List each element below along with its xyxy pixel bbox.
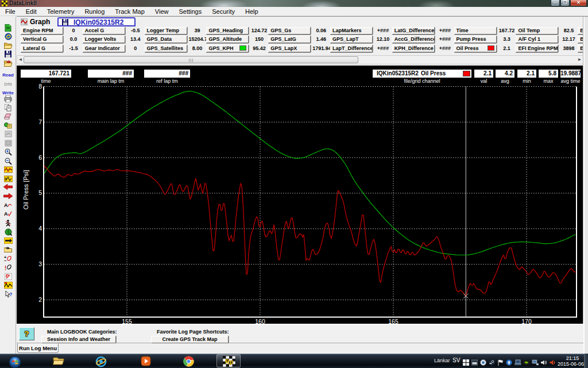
gps-globe-icon[interactable]	[2, 228, 14, 236]
channel-button[interactable]: EFI Engine RPM	[516, 45, 558, 52]
channel-button[interactable]: GPS_LatG	[268, 36, 311, 43]
menu-edit[interactable]: Edit	[21, 7, 42, 16]
driver-icon[interactable]	[2, 220, 14, 228]
channel-button[interactable]: GPS_Satellites	[145, 45, 187, 52]
avg-marker-icon[interactable]: A	[2, 210, 14, 218]
channel-button[interactable]: GPS_Altitude	[206, 36, 249, 43]
track-map-icon[interactable]	[2, 33, 14, 41]
arrow-left-icon[interactable]	[2, 184, 14, 192]
copy-icon[interactable]	[2, 104, 14, 112]
scrollbar-thumb[interactable]	[24, 56, 358, 63]
menu-telemetry[interactable]: Telemetry	[42, 7, 80, 16]
menu-runlog[interactable]: Runlog	[79, 7, 110, 16]
taskbar-clock[interactable]: 21:15	[561, 355, 584, 361]
arrow-right-icon[interactable]	[2, 193, 14, 201]
open-file-icon[interactable]	[2, 42, 14, 50]
export-icon[interactable]	[2, 246, 14, 254]
start-orb[interactable]	[7, 355, 23, 367]
channel-button[interactable]: GPS_LapT	[330, 36, 373, 43]
lap-alert-icon[interactable]: !	[2, 264, 14, 272]
channel-button[interactable]: Vertical G	[21, 36, 63, 43]
autoscale-icon[interactable]	[2, 166, 14, 174]
channel-button[interactable]: GPS_Data	[145, 36, 187, 43]
close-button[interactable]: ✕	[570, 0, 587, 6]
zoom-out-icon[interactable]	[2, 158, 14, 166]
session-info-button[interactable]: Session Info and Weather	[41, 336, 116, 343]
run-log-menu-tab[interactable]: Run Log Menu	[17, 343, 59, 353]
channel-button[interactable]: Lateral G	[21, 45, 63, 52]
tray-windows-icon[interactable]	[463, 358, 469, 364]
channel-button[interactable]: A/F Cyl 1	[516, 36, 558, 43]
save-icon[interactable]	[2, 51, 14, 59]
ie-icon[interactable]	[93, 355, 109, 367]
tray-steam-icon[interactable]	[489, 358, 495, 364]
explorer-icon[interactable]	[51, 355, 67, 367]
menu-help[interactable]: Help	[240, 7, 264, 16]
tray-nvidia-icon[interactable]	[523, 358, 529, 364]
telemetry-icon[interactable]	[2, 282, 14, 290]
menu-file[interactable]: File	[0, 7, 21, 16]
read-button[interactable]: Read	[2, 68, 14, 76]
mediaplayer-icon[interactable]	[138, 355, 154, 367]
jump-icon[interactable]	[2, 273, 14, 281]
channel-button[interactable]: Logger Temp	[145, 27, 187, 34]
tray-volume-icon[interactable]	[540, 358, 547, 364]
channel-button[interactable]: GPS_LapX	[268, 45, 311, 52]
menu-track-map[interactable]: Track Map	[110, 7, 150, 16]
tray-disc-icon[interactable]	[480, 358, 486, 364]
channel-button[interactable]: AccG_Difference	[392, 36, 435, 43]
channel-button[interactable]: Accel G	[83, 27, 125, 34]
channel-button[interactable]: Pump Press	[454, 36, 497, 43]
tray-flag-icon[interactable]	[497, 358, 504, 364]
new-file-icon[interactable]	[2, 24, 14, 32]
channel-button[interactable]: LapT_Difference	[330, 45, 373, 52]
channel-button[interactable]: GPS_Gs	[268, 27, 311, 34]
channel-button[interactable]: GPS_Heading	[206, 27, 249, 34]
channel-button[interactable]: LatG_Difference	[392, 27, 435, 34]
links-toolbar-label[interactable]: Länkar	[434, 358, 450, 363]
channel-button[interactable]: Engine RPM	[21, 27, 63, 34]
zero-scale-icon[interactable]: 0	[2, 175, 14, 183]
channel-button[interactable]: Gear Indicator	[83, 45, 125, 52]
tray-photo-icon[interactable]	[471, 358, 478, 364]
context-help-icon[interactable]: ?	[2, 291, 14, 299]
scroll-left-arrow-icon[interactable]: ◄	[17, 56, 24, 64]
write-button[interactable]: Write	[2, 86, 14, 94]
erase-icon[interactable]	[2, 113, 14, 121]
lap-plusminus-icon[interactable]: +−	[2, 255, 14, 263]
channel-button[interactable]: Logger Volts	[83, 36, 125, 43]
open-recent-icon[interactable]	[2, 60, 14, 68]
notes-icon[interactable]	[2, 122, 14, 130]
menu-settings[interactable]: Settings	[173, 7, 207, 16]
menu-security[interactable]: Security	[207, 7, 240, 16]
zoom-in-icon[interactable]	[2, 148, 14, 156]
swap-icon[interactable]	[2, 237, 14, 246]
minimize-button[interactable]: —	[551, 0, 560, 6]
file-grid-channel-box[interactable]: IQKin052315R2Oil Press	[373, 70, 471, 78]
create-gps-track-map-button[interactable]: Create GPS Track Map	[151, 336, 229, 343]
print-icon[interactable]	[2, 95, 14, 103]
default-button[interactable]: Dflt	[2, 78, 14, 86]
show-desktop-button[interactable]	[584, 354, 588, 368]
horizontal-scrollbar[interactable]: ◄ ►	[17, 55, 583, 64]
taskbar-date[interactable]: 2015-06-06	[556, 361, 586, 367]
channel-button[interactable]: Time	[454, 27, 497, 34]
language-indicator[interactable]: SV	[452, 357, 460, 363]
file-tab[interactable]: IQKin052315R2	[57, 17, 136, 27]
chart-plot[interactable]: 2345678155160165170Oil Press [Psi]	[17, 66, 583, 324]
datalink-app-icon[interactable]: Rp	[221, 355, 237, 367]
tray-audio-icon[interactable]	[549, 358, 555, 364]
help-button[interactable]: ?	[19, 327, 34, 340]
channel-button[interactable]: Oil Temp	[516, 27, 558, 34]
restore-button[interactable]: ❐	[560, 0, 570, 6]
chrome-icon[interactable]	[180, 355, 196, 367]
tray-update-icon[interactable]	[506, 358, 512, 364]
disabled-b-icon[interactable]	[2, 140, 14, 148]
tray-network-icon[interactable]	[532, 358, 538, 364]
channel-button[interactable]: KPH_Difference	[392, 45, 435, 52]
channel-button[interactable]: LapMarkers	[330, 27, 373, 34]
tray-laptop-icon[interactable]	[514, 358, 521, 364]
scroll-right-arrow-icon[interactable]: ►	[577, 56, 583, 64]
menu-view[interactable]: View	[150, 7, 174, 16]
avg-segment-icon[interactable]: A	[2, 202, 14, 210]
